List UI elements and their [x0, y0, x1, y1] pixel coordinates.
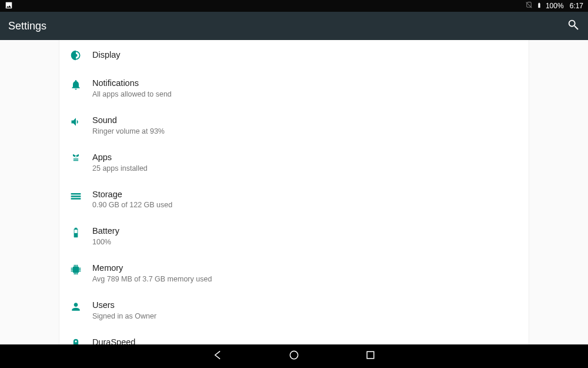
settings-item-title: Apps [92, 152, 519, 163]
status-bar: 100% 6:17 [0, 0, 588, 12]
back-icon[interactable] [212, 349, 223, 363]
settings-item-memory[interactable]: MemoryAvg 789 MB of 3.7 GB memory used [59, 254, 529, 291]
svg-rect-5 [367, 352, 374, 359]
battery-icon [536, 1, 542, 11]
settings-item-storage[interactable]: Storage0.90 GB of 122 GB used [59, 181, 529, 218]
display-icon [59, 48, 92, 61]
settings-item-title: Display [92, 48, 519, 61]
notifications-icon [59, 78, 92, 91]
navigation-bar [0, 344, 588, 368]
content-area: DisplayNotificationsAll apps allowed to … [0, 40, 588, 344]
settings-item-title: Sound [92, 115, 519, 126]
settings-item-notifications[interactable]: NotificationsAll apps allowed to send [59, 69, 529, 107]
settings-item-users[interactable]: UsersSigned in as Owner [59, 291, 529, 329]
users-icon [59, 300, 92, 313]
svg-point-3 [75, 340, 76, 342]
settings-item-subtitle: 100% [92, 238, 519, 246]
battery-icon [59, 226, 92, 238]
settings-item-title: Memory [92, 263, 519, 274]
page-title: Settings [8, 20, 46, 32]
no-sim-icon [525, 1, 533, 11]
apps-icon [59, 152, 92, 165]
home-icon[interactable] [288, 349, 300, 363]
svg-point-0 [75, 54, 78, 57]
settings-item-title: Storage [92, 189, 519, 200]
battery-percent: 100% [546, 2, 564, 10]
settings-item-battery[interactable]: Battery100% [59, 217, 529, 254]
settings-list: DisplayNotificationsAll apps allowed to … [59, 40, 529, 344]
svg-rect-2 [75, 230, 78, 233]
settings-item-subtitle: 25 apps installed [92, 164, 519, 173]
settings-item-display[interactable]: Display [59, 40, 529, 69]
svg-point-1 [75, 155, 77, 157]
clock: 6:17 [570, 2, 583, 10]
duraspeed-icon [59, 337, 92, 344]
picture-icon [5, 1, 13, 11]
settings-item-subtitle: 0.90 GB of 122 GB used [92, 201, 519, 209]
settings-item-apps[interactable]: Apps25 apps installed [59, 144, 529, 181]
settings-item-title: Users [92, 300, 519, 311]
memory-icon [59, 263, 92, 276]
settings-item-sound[interactable]: SoundRinger volume at 93% [59, 107, 529, 144]
settings-item-subtitle: Ringer volume at 93% [92, 127, 519, 135]
settings-item-subtitle: All apps allowed to send [92, 90, 519, 98]
svg-point-4 [290, 351, 298, 359]
settings-item-subtitle: Signed in as Owner [92, 312, 519, 320]
storage-icon [59, 189, 92, 202]
recent-apps-icon[interactable] [365, 349, 376, 363]
settings-item-subtitle: Avg 789 MB of 3.7 GB memory used [92, 275, 519, 283]
settings-item-title: Notifications [92, 78, 519, 89]
settings-item-duraspeed[interactable]: DuraSpeedOFF [59, 329, 529, 344]
settings-item-title: Battery [92, 226, 519, 237]
app-bar: Settings [0, 12, 588, 40]
search-icon[interactable] [567, 18, 580, 34]
settings-item-title: DuraSpeed [92, 337, 519, 344]
sound-icon [59, 115, 92, 128]
